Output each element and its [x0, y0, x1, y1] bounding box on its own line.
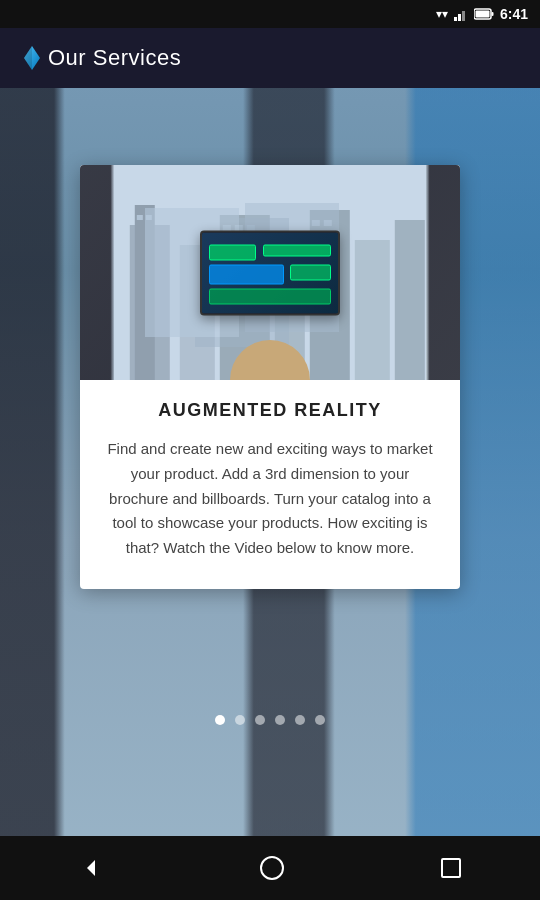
ar-element-3 [209, 264, 284, 284]
app-logo-icon [16, 42, 48, 74]
signal-icon [454, 7, 468, 21]
dot-3[interactable] [255, 715, 265, 725]
svg-marker-7 [24, 46, 32, 70]
battery-icon [474, 8, 494, 20]
ar-element-4 [290, 264, 331, 280]
card-description: Find and create new and exciting ways to… [104, 437, 436, 561]
svg-rect-5 [475, 11, 489, 18]
svg-marker-0 [454, 17, 457, 21]
nav-bar [0, 836, 540, 900]
app-bar: Our Services [0, 28, 540, 88]
dot-5[interactable] [295, 715, 305, 725]
svg-marker-2 [462, 11, 465, 21]
nav-home-button[interactable] [260, 856, 284, 880]
status-bar-icons: ▾▾ 6:41 [436, 6, 528, 22]
held-device [200, 230, 340, 315]
card-content: AUGMENTED REALITY Find and create new an… [80, 380, 460, 589]
ar-element-5 [209, 289, 331, 305]
ar-element-2 [263, 244, 331, 256]
dot-2[interactable] [235, 715, 245, 725]
svg-marker-1 [458, 14, 461, 21]
dot-6[interactable] [315, 715, 325, 725]
card-image-bg [80, 165, 460, 380]
ar-element-1 [209, 244, 257, 260]
nav-recent-button[interactable] [441, 858, 461, 878]
back-icon [81, 858, 101, 878]
wifi-icon: ▾▾ [436, 7, 448, 21]
nav-back-button[interactable] [79, 856, 103, 880]
device-screen [202, 232, 338, 313]
svg-marker-24 [87, 860, 95, 876]
status-bar-time: 6:41 [500, 6, 528, 22]
card-image [80, 165, 460, 380]
status-bar: ▾▾ 6:41 [0, 0, 540, 28]
service-card: AUGMENTED REALITY Find and create new an… [80, 165, 460, 589]
card-title: AUGMENTED REALITY [104, 400, 436, 421]
svg-rect-4 [491, 12, 493, 16]
dot-1[interactable] [215, 715, 225, 725]
page-dots [0, 715, 540, 725]
dot-4[interactable] [275, 715, 285, 725]
app-bar-title: Our Services [48, 45, 181, 71]
